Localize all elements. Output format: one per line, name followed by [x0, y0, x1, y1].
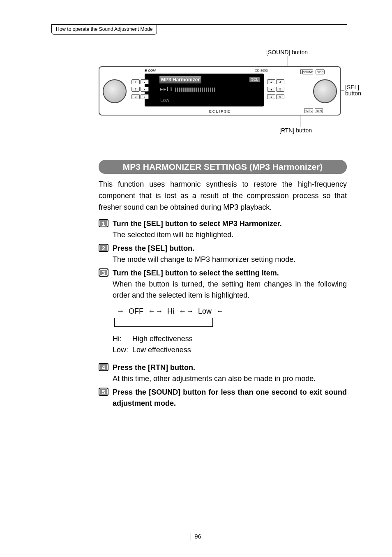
- def-low-key: Low:: [113, 344, 132, 356]
- step-3: 3 Turn the [SEL] button to select the se…: [99, 268, 347, 360]
- cycle-diagram: → OFF ←→ Hi ←→ Low ←: [114, 306, 347, 327]
- intro-text: This function uses harmonic synthesis to…: [99, 179, 347, 213]
- step-5: 5 Press the [SOUND] button for less than…: [99, 387, 347, 409]
- preset-6: 6: [276, 94, 284, 99]
- play-2: ▸: [141, 87, 149, 92]
- step-text: At this time, other adjustments can also…: [113, 373, 347, 384]
- def-hi-val: High effectiveness: [132, 333, 193, 344]
- rtn-button: RTN: [315, 108, 323, 113]
- func-button: FUNC: [304, 108, 313, 113]
- step-text: The mode will change to MP3 harmonizer s…: [113, 254, 347, 265]
- back-2: ◂: [267, 87, 275, 92]
- eclipse-logo: ECLIPSE: [209, 109, 231, 113]
- device-diagram: [SOUND] button [SEL]button [RTN] button …: [99, 57, 347, 148]
- step-number: 4: [99, 363, 108, 371]
- preset-2: 2: [131, 87, 140, 92]
- page-number: 96: [0, 533, 392, 541]
- step-title: Press the [SEL] button.: [113, 243, 347, 254]
- step-number: 3: [99, 268, 108, 277]
- sound-button-label: [SOUND] button: [266, 49, 308, 55]
- cycle-low: Low: [198, 307, 212, 315]
- sel-button-label: [SEL]button: [345, 84, 361, 97]
- step-2: 2 Press the [SEL] button. The mode will …: [99, 243, 347, 265]
- model-label: CD 8053: [255, 69, 268, 72]
- ecom-logo: E-COM: [145, 69, 156, 72]
- preset-1: 1: [131, 79, 140, 84]
- screen-title: MP3 Harmonizer: [159, 76, 201, 83]
- cycle-hi: Hi: [167, 307, 174, 315]
- step-title: Press the [SOUND] button for less than o…: [113, 387, 347, 409]
- preset-3: 3: [131, 94, 140, 99]
- sel-knob: [313, 79, 337, 103]
- def-hi-key: Hi:: [113, 333, 132, 344]
- step-number: 1: [99, 219, 108, 227]
- step-number: 5: [99, 388, 108, 396]
- screen-hi-row: ▸▸Hi: [160, 86, 216, 92]
- preset-4: 4: [276, 79, 284, 84]
- cycle-off: OFF: [129, 307, 143, 315]
- play-3: ▸: [141, 94, 149, 99]
- step-4: 4 Press the [RTN] button. At this time, …: [99, 362, 347, 384]
- step-text: When the button is turned, the setting i…: [113, 279, 347, 301]
- preset-5: 5: [276, 87, 284, 92]
- sound-button: SOUND: [302, 69, 313, 74]
- section-title: MP3 HARMONIZER SETTINGS (MP3 Harmonizer): [99, 160, 347, 174]
- volume-knob: [103, 79, 127, 103]
- screen-low-row: Low: [160, 97, 169, 103]
- lcd-screen: MP3 Harmonizer SEL ▸▸Hi Low: [145, 74, 264, 106]
- def-low-val: Low effectiveness: [132, 344, 191, 356]
- step-text: The selected item will be highlighted.: [113, 229, 347, 240]
- step-title: Turn the [SEL] button to select MP3 Harm…: [113, 218, 347, 229]
- step-1: 1 Turn the [SEL] button to select MP3 Ha…: [99, 218, 347, 240]
- disp-button: DISP: [316, 69, 325, 74]
- back-1: ◂: [267, 79, 275, 84]
- back-3: ◂: [267, 94, 275, 99]
- step-number: 2: [99, 244, 108, 252]
- definitions: Hi: High effectiveness Low: Low effectiv…: [113, 333, 347, 356]
- breadcrumb: How to operate the Sound Adjustment Mode: [51, 25, 157, 35]
- step-title: Press the [RTN] button.: [113, 362, 347, 373]
- car-stereo-faceplate: E-COM CD 8053 SEL MP3 Harmonizer SEL ▸▸H…: [99, 66, 341, 116]
- screen-sel-badge: SEL: [249, 77, 260, 82]
- step-title: Turn the [SEL] button to select the sett…: [113, 268, 347, 279]
- play-1: ▸: [141, 79, 149, 84]
- rtn-button-label: [RTN] button: [279, 127, 312, 134]
